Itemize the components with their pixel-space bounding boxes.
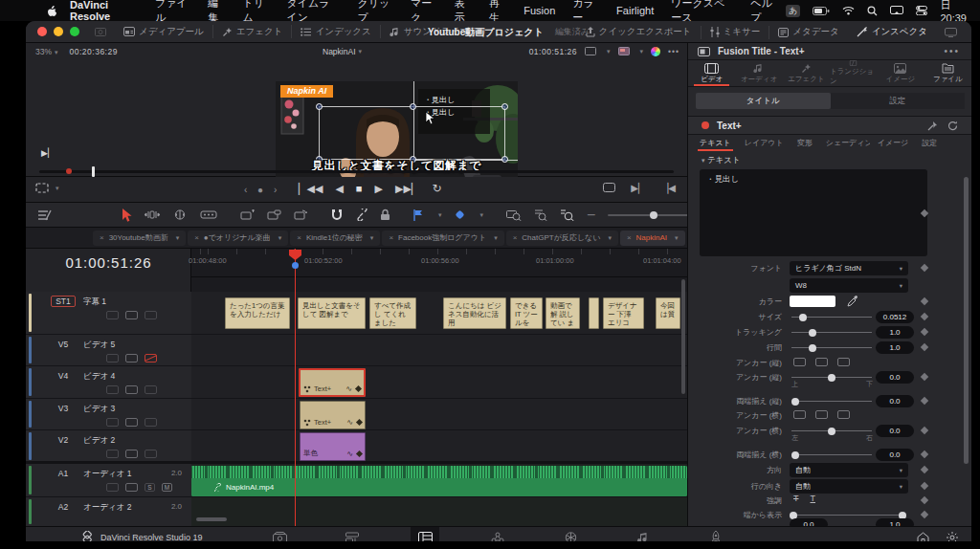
menu-fairlight[interactable]: Fairlight: [616, 5, 654, 16]
texttab-layout[interactable]: レイアウト: [739, 138, 790, 151]
selection-handle-tl[interactable]: [316, 103, 323, 110]
tracking-slider[interactable]: [791, 332, 872, 333]
media-pool-button[interactable]: メディアプール: [123, 26, 204, 38]
metadata-button[interactable]: メタデータ: [778, 26, 838, 38]
window-minimize-button[interactable]: [54, 27, 63, 36]
replace-clip-button[interactable]: [294, 209, 308, 221]
menubar-clock[interactable]: 日 20:39: [940, 0, 967, 24]
track-enable-icon[interactable]: [125, 311, 138, 319]
page-media[interactable]: [265, 527, 294, 541]
subtitle-track-icon[interactable]: [145, 311, 157, 319]
position-lock-icon[interactable]: [380, 209, 390, 221]
track-enable-icon[interactable]: [125, 385, 138, 394]
page-edit[interactable]: [411, 527, 439, 541]
timeline-marker-blue[interactable]: [292, 262, 299, 269]
timeline-vertical-scrollbar[interactable]: [681, 279, 685, 394]
marker-color-caret[interactable]: ▾: [480, 211, 484, 219]
node-enable-toggle[interactable]: [702, 121, 709, 129]
detail-zoom-icon[interactable]: [534, 209, 547, 221]
anchor-h-slider[interactable]: [791, 430, 872, 431]
anchor-h-value[interactable]: 0.0: [876, 425, 914, 437]
solo-button[interactable]: S: [145, 483, 155, 492]
timeline-tab-napkinai[interactable]: ×NapkinAI▾: [620, 231, 685, 246]
texttab-image[interactable]: イメージ: [872, 138, 915, 151]
anchor-right-button[interactable]: [837, 410, 850, 419]
mixer-button[interactable]: ミキサー: [710, 26, 761, 38]
keyframe-icon[interactable]: [921, 397, 928, 405]
tab-audio[interactable]: オーディオ: [735, 60, 782, 86]
tab-image[interactable]: イメージ: [877, 60, 924, 86]
track-enable-icon[interactable]: [125, 450, 138, 458]
page-fairlight[interactable]: [629, 527, 657, 541]
viewer-mode-button[interactable]: ▾: [35, 183, 59, 193]
scrub-playhead[interactable]: [92, 166, 95, 177]
track-enable-icon[interactable]: [125, 418, 138, 427]
menubar-app-name[interactable]: DaVinci Resolve: [70, 0, 138, 22]
auto-select-icon[interactable]: [145, 450, 157, 458]
mute-button[interactable]: M: [162, 483, 172, 492]
index-button[interactable]: インデックス: [301, 26, 370, 38]
capture-icon[interactable]: [95, 27, 106, 36]
anchor-v-value[interactable]: 0.0: [876, 371, 914, 384]
color-wheel-icon[interactable]: [651, 47, 660, 56]
screen-mirroring-icon[interactable]: [890, 6, 903, 15]
text-color-swatch[interactable]: [790, 296, 835, 307]
track-header-v2[interactable]: V2 ビデオ 2: [26, 430, 191, 462]
subtitle-clip[interactable]: たった1つの言葉 を入力しただけ: [225, 297, 290, 329]
tab-video[interactable]: ビデオ: [688, 60, 735, 86]
keyframe-icon[interactable]: [921, 466, 928, 473]
timeline-horizontal-scrollbar[interactable]: [196, 517, 227, 521]
track-header-v5[interactable]: V5 ビデオ 5: [26, 335, 191, 365]
text-plus-clip-v3[interactable]: Text+ ∿: [300, 401, 366, 429]
track-header-a2[interactable]: A2 オーディオ 2 2.0: [26, 497, 191, 526]
selection-mode-tool[interactable]: [121, 209, 132, 222]
window-close-button[interactable]: [37, 27, 47, 36]
overwrite-clip-button[interactable]: [267, 209, 281, 221]
subtab-title[interactable]: タイトル: [696, 93, 831, 109]
timeline-tab-1[interactable]: ×30Youtube動画新▾: [93, 231, 186, 246]
apple-icon[interactable]: [46, 5, 57, 17]
scrub-marker-dot[interactable]: [66, 168, 72, 174]
play-post-roll-icon[interactable]: ▶▏: [631, 183, 645, 193]
full-extent-zoom-icon[interactable]: [506, 209, 522, 221]
justify-v-slider[interactable]: [791, 401, 872, 402]
curve-icon[interactable]: ∿: [345, 384, 352, 393]
subtitle-clip[interactable]: デザイナー 下澤 エリコ: [603, 297, 644, 329]
timeline-tab-3[interactable]: ×Kindle1位の秘密▾: [290, 231, 380, 246]
search-icon[interactable]: [867, 6, 878, 16]
reset-icon[interactable]: [947, 121, 958, 131]
underline-button[interactable]: T: [811, 494, 816, 503]
custom-zoom-icon[interactable]: [560, 209, 574, 221]
flag-button[interactable]: [413, 209, 423, 221]
track-lock-icon[interactable]: [106, 483, 119, 492]
texttab-shading[interactable]: シェーディング: [820, 138, 870, 151]
marker-button[interactable]: [455, 209, 465, 220]
subtitle-clip[interactable]: すべて作成し てくれました: [369, 297, 416, 329]
subtitle-clip[interactable]: 見出しと文書をそして 図解まで: [298, 297, 366, 329]
subtab-settings[interactable]: 設定: [831, 93, 966, 109]
texttab-settings[interactable]: 設定: [916, 138, 943, 151]
keyframe-icon[interactable]: [921, 297, 928, 305]
timeline-zoom-slider[interactable]: [608, 214, 692, 216]
timeline-tab-4[interactable]: ×Facebook強制ログアウト▾: [382, 231, 503, 246]
auto-select-disabled-icon[interactable]: [145, 354, 157, 362]
curve-icon[interactable]: ∿: [346, 450, 353, 458]
blade-edit-mode-tool[interactable]: [200, 209, 217, 220]
subtitle-clip[interactable]: 今回 は質: [656, 297, 680, 329]
effects-button[interactable]: エフェクト: [222, 26, 283, 38]
keyframe-icon[interactable]: [921, 427, 928, 434]
selection-bounding-box[interactable]: [319, 106, 505, 160]
track-header-v4[interactable]: V4 ビデオ 4: [26, 366, 191, 398]
audio-clip-napkinai[interactable]: NapkinAI.mp4: [191, 466, 687, 496]
justify-v-value[interactable]: 0.0: [876, 395, 914, 407]
justify-h-slider[interactable]: [791, 454, 872, 455]
viewer-zoom-select[interactable]: 33%▾: [35, 47, 58, 56]
dynamic-trim-mode-tool[interactable]: [172, 209, 188, 220]
visible-range-slider[interactable]: [791, 515, 906, 516]
text-plus-clip-v4[interactable]: Text+ ∿: [299, 368, 366, 397]
texttab-text[interactable]: テキスト: [694, 138, 737, 151]
keyframe-icon[interactable]: [355, 385, 362, 392]
subtitle-clip[interactable]: [589, 297, 599, 329]
track-lock-icon[interactable]: [106, 354, 119, 362]
battery-icon[interactable]: [813, 7, 830, 15]
